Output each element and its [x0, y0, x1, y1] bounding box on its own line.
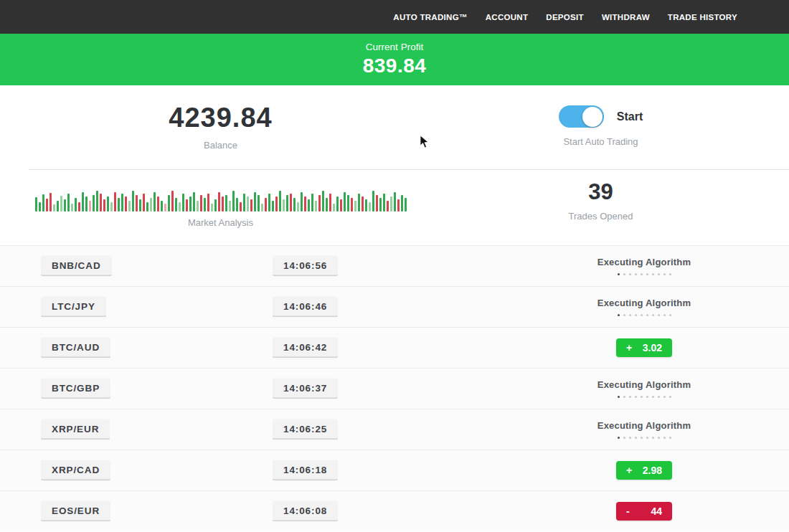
- status-cell: Executing Algorithm: [588, 379, 700, 398]
- pair-badge[interactable]: EOS/EUR: [41, 501, 110, 522]
- trades-opened-value: 39: [588, 179, 613, 205]
- status-label: Executing Algorithm: [597, 420, 691, 431]
- result-badge: + 3.02: [616, 338, 672, 357]
- nav-item-deposit[interactable]: DEPOSIT: [546, 13, 584, 22]
- market-analysis-block: Market Analysis: [0, 170, 412, 245]
- progress-dots: [615, 394, 673, 398]
- auto-trading-block: Start Start Auto Trading: [412, 85, 789, 169]
- progress-dots: [615, 313, 673, 316]
- auto-trading-page: AUTO TRADING™ ACCOUNT DEPOSIT WITHDRAW T…: [0, 0, 789, 532]
- status-executing: Executing Algorithm: [597, 420, 691, 439]
- balance-value: 4239.84: [169, 104, 272, 131]
- balance-block: 4239.84 Balance: [0, 85, 412, 169]
- status-cell: + 2.98: [588, 461, 700, 480]
- table-row: BNB/CAD 14:06:56 Executing Algorithm: [0, 245, 789, 286]
- nav-item-trade-history[interactable]: TRADE HISTORY: [668, 13, 737, 22]
- time-badge: 14:06:56: [273, 256, 338, 277]
- pair-badge[interactable]: BNB/CAD: [41, 256, 112, 277]
- balance-section: 4239.84 Balance Start Start Auto Trading: [0, 85, 789, 169]
- nav-item-account[interactable]: ACCOUNT: [486, 13, 529, 22]
- time-badge: 14:06:25: [273, 419, 338, 440]
- market-analysis-label: Market Analysis: [188, 217, 253, 228]
- pair-badge[interactable]: XRP/EUR: [41, 419, 110, 440]
- result-sign: +: [626, 342, 632, 353]
- nav-item-withdraw[interactable]: WITHDRAW: [602, 13, 650, 22]
- result-sign: +: [626, 465, 632, 476]
- result-amount: 2.98: [643, 465, 662, 476]
- result-badge: + 2.98: [616, 461, 672, 480]
- time-badge: 14:06:46: [273, 297, 338, 318]
- status-label: Executing Algorithm: [597, 298, 691, 308]
- progress-dots: [615, 272, 673, 275]
- pair-badge[interactable]: LTC/JPY: [41, 297, 106, 318]
- table-row: BTC/GBP 14:06:37 Executing Algorithm: [0, 368, 789, 409]
- toggle-state-label: Start: [617, 110, 643, 123]
- time-badge: 14:06:18: [273, 460, 338, 481]
- top-nav: AUTO TRADING™ ACCOUNT DEPOSIT WITHDRAW T…: [0, 0, 789, 34]
- status-executing: Executing Algorithm: [597, 298, 691, 316]
- market-analysis-section: Market Analysis 39 Trades Opened: [0, 170, 789, 245]
- trades-opened-block: 39 Trades Opened: [412, 170, 789, 245]
- current-profit-value: 839.84: [363, 54, 427, 77]
- toggle-knob: [582, 107, 603, 127]
- result-amount: 3.02: [643, 342, 662, 353]
- current-profit-label: Current Profit: [366, 42, 423, 52]
- result-sign: -: [626, 505, 630, 517]
- time-badge: 14:06:37: [273, 379, 338, 399]
- trades-list: BNB/CAD 14:06:56 Executing Algorithm LTC…: [0, 245, 789, 531]
- table-row: XRP/CAD 14:06:18 + 2.98: [0, 450, 789, 490]
- table-row: EOS/EUR 14:06:08 - 44: [0, 490, 789, 531]
- status-label: Executing Algorithm: [597, 257, 691, 267]
- table-row: BTC/AUD 14:06:42 + 3.02: [0, 327, 789, 368]
- current-profit-banner: Current Profit 839.84: [0, 34, 789, 85]
- pair-badge[interactable]: BTC/AUD: [41, 338, 110, 358]
- auto-trading-toggle[interactable]: [559, 105, 604, 128]
- table-row: XRP/EUR 14:06:25 Executing Algorithm: [0, 409, 789, 450]
- status-executing: Executing Algorithm: [597, 379, 691, 398]
- status-cell: Executing Algorithm: [588, 298, 700, 316]
- status-cell: Executing Algorithm: [588, 420, 700, 439]
- result-badge: - 44: [616, 502, 672, 521]
- result-amount: 44: [651, 505, 662, 517]
- progress-dots: [615, 435, 673, 439]
- status-cell: + 3.02: [588, 338, 700, 357]
- pair-badge[interactable]: XRP/CAD: [41, 460, 110, 481]
- trades-opened-label: Trades Opened: [569, 211, 633, 222]
- status-cell: Executing Algorithm: [588, 257, 700, 275]
- status-label: Executing Algorithm: [597, 379, 691, 390]
- market-analysis-bars: [35, 183, 407, 212]
- table-row: LTC/JPY 14:06:46 Executing Algorithm: [0, 286, 789, 327]
- time-badge: 14:06:42: [273, 338, 338, 358]
- balance-label: Balance: [204, 140, 237, 151]
- pair-badge[interactable]: BTC/GBP: [41, 379, 110, 399]
- status-executing: Executing Algorithm: [597, 257, 691, 275]
- auto-trading-label: Start Auto Trading: [563, 136, 638, 147]
- nav-item-auto-trading[interactable]: AUTO TRADING™: [393, 13, 467, 22]
- time-badge: 14:06:08: [273, 501, 338, 522]
- status-cell: - 44: [588, 502, 700, 521]
